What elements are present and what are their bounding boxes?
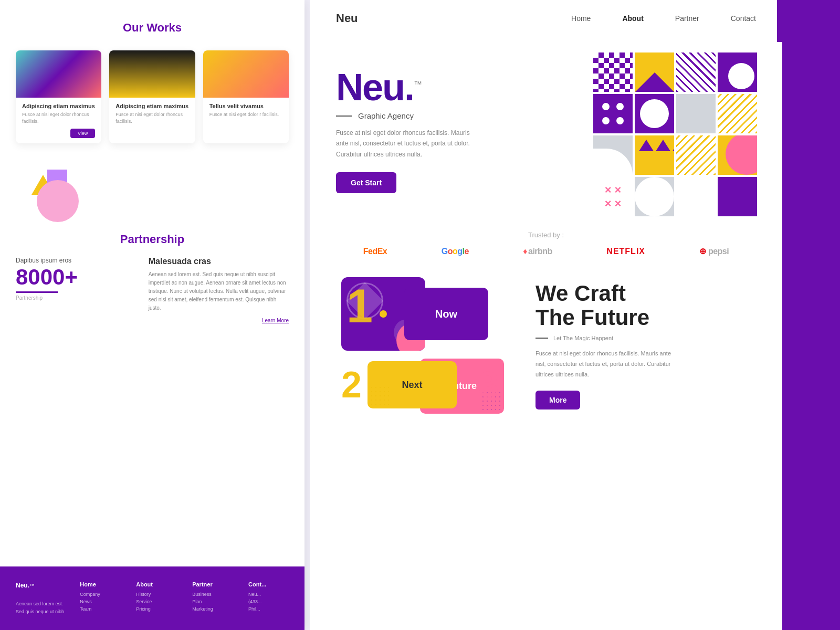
footer-col-title: Cont... (248, 581, 289, 587)
footer-col-item[interactable]: Team (80, 606, 120, 612)
footer-col-item[interactable]: News (80, 599, 120, 604)
get-start-button[interactable]: Get Start (336, 172, 396, 193)
footer-col-item[interactable]: Pricing (136, 606, 176, 612)
geo-white-circle2 (635, 177, 674, 216)
geo-checker-cell (593, 52, 633, 92)
stats-divider (16, 291, 58, 293)
craft-content: We Craft The Future Let The Magic Happen… (536, 281, 756, 410)
craft-art: 1 Now 2 Next Future (336, 277, 514, 414)
footer-col-item[interactable]: Plan (192, 599, 233, 604)
work-card-title: Adipiscing etiam maximus (22, 103, 95, 109)
stats-sub: Partnership (16, 295, 133, 301)
craft-desc: Fusce at nisi eget dolor rhoncus facilis… (536, 349, 682, 380)
view-button[interactable]: View (70, 129, 95, 138)
footer-col-item[interactable]: Marketing (192, 606, 233, 612)
geo-gray-cell3 (635, 177, 674, 216)
now-label: Now (435, 308, 457, 320)
work-card-body: Adipiscing etiam maximus Fusce at nisi e… (109, 98, 195, 134)
partnership-text-title: Malesuada cras (149, 257, 289, 266)
trusted-label: Trusted by : (336, 231, 756, 239)
nav-link-partner[interactable]: Partner (675, 14, 699, 23)
partnership-stats: Dapibus ipsum eros 8000+ Partnership (16, 257, 133, 323)
geo-x-cell: × × × × (593, 177, 633, 216)
our-works-section: Our Works Adipiscing etiam maximus Fusce… (0, 0, 304, 154)
geo-purple-cell2 (718, 177, 757, 216)
footer-logo-sup: ™ (29, 583, 35, 589)
work-card-desc: Fusce at nisi eget dolor rhoncus facilis… (116, 111, 188, 124)
geo-gray-cell (676, 94, 716, 133)
trusted-logos: FedEx Google ♦airbnb NETFLIX ⊕ pepsi (336, 246, 756, 256)
geo-white-circle (640, 99, 669, 128)
footer-col-item[interactable]: (433... (248, 599, 289, 604)
nav-link-about[interactable]: About (622, 14, 643, 23)
pink-arc (726, 135, 757, 175)
work-card-body: Adipiscing etiam maximus Fusce at nisi e… (16, 98, 101, 143)
next-card: Next (368, 361, 457, 408)
geo-pink-arc-cell (718, 135, 757, 175)
nav-link-contact[interactable]: Contact (731, 14, 756, 23)
triangle-icon (656, 140, 670, 151)
geo-yellow-tri-cell (635, 135, 674, 175)
learn-more-link[interactable]: Learn More (149, 318, 289, 323)
work-card-desc: Fusce at nisi eget dolor rhoncus facilis… (22, 111, 95, 124)
x-mark-icon: × (605, 184, 612, 196)
trusted-section: Trusted by : FedEx Google ♦airbnb NETFLI… (310, 226, 782, 267)
geo-dot (616, 117, 624, 124)
partnership-title: Partnership (16, 233, 289, 246)
craft-title: We Craft The Future (536, 281, 756, 330)
dots-deco (465, 290, 486, 311)
now-card: Now (404, 288, 488, 340)
craft-section: 1 Now 2 Next Future (310, 267, 782, 424)
netflix-logo: NETFLIX (606, 247, 645, 256)
geo-yellow-cell (635, 52, 674, 92)
hero-title-sup: ™ (414, 80, 421, 89)
footer-col-title: Home (80, 581, 120, 587)
geo-hatch-cell (676, 52, 716, 92)
footer-tagline: Aenean sed lorem est. Sed quis neque ut … (16, 600, 64, 615)
work-card-image (203, 50, 289, 98)
footer-col-item[interactable]: Business (192, 592, 233, 597)
geo-hatch2-cell2 (676, 135, 716, 175)
fedex-text: Fed (363, 247, 377, 256)
number-1: 1 (346, 282, 373, 330)
footer-col-item[interactable]: History (136, 592, 176, 597)
decorative-shapes (0, 159, 304, 222)
geo-dot (602, 103, 610, 110)
footer-col-item[interactable]: Service (136, 599, 176, 604)
work-card: Adipiscing etiam maximus Fusce at nisi e… (109, 50, 195, 143)
hero-section: Neu.™ Graphic Agency Fusce at nisi eget … (310, 37, 782, 226)
x-mark-icon: × (605, 198, 612, 209)
our-works-title: Our Works (16, 21, 289, 35)
geo-gray-cell2 (593, 135, 633, 175)
craft-subtitle-line (536, 338, 548, 339)
footer-col-item[interactable]: Phil... (248, 606, 289, 612)
partnership-text-body: Aenean sed lorem est. Sed quis neque ut … (149, 270, 289, 312)
hero-content: Neu.™ Graphic Agency Fusce at nisi eget … (336, 52, 572, 193)
fedex-logo: FedEx (363, 247, 387, 256)
airbnb-logo: ♦airbnb (523, 247, 552, 256)
hero-title: Neu.™ (336, 68, 572, 106)
footer-logo: Neu.™ (16, 581, 64, 595)
hero-subtitle-text: Graphic Agency (358, 111, 414, 120)
fedex-ex: Ex (377, 247, 387, 256)
work-card-title: Adipiscing etiam maximus (116, 103, 188, 109)
craft-subtitle: Let The Magic Happent (536, 335, 756, 341)
x-row: × × (605, 184, 622, 196)
stats-number: 8000+ (16, 266, 133, 288)
right-panel-inner: Neu Home About Partner Contact Neu.™ Gra… (310, 0, 782, 424)
triangle-icon (639, 140, 654, 151)
work-card-body: Tellus velit vivamus Fusce at nisi eget … (203, 98, 289, 128)
footer-col-partner: Partner Business Plan Marketing (192, 581, 233, 615)
nav-logo: Neu (336, 12, 358, 25)
geo-circle-cell (635, 94, 674, 133)
more-button[interactable]: More (536, 391, 580, 410)
footer-col-item[interactable]: Neu... (248, 592, 289, 597)
nav-link-home[interactable]: Home (571, 14, 591, 23)
purple-right-bar (782, 0, 840, 630)
number-2: 2 (341, 366, 362, 403)
geo-dots-cell (593, 94, 633, 133)
footer-col-item[interactable]: Company (80, 592, 120, 597)
x-mark-icon: × (615, 184, 622, 196)
geo-white-cell (676, 177, 716, 216)
hero-subtitle: Graphic Agency (336, 111, 572, 120)
